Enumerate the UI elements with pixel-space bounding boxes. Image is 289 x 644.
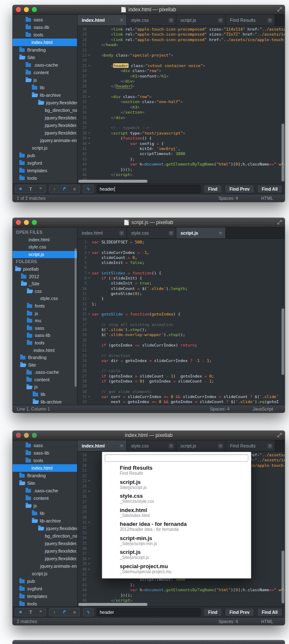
sidebar-item-bg-direction-nav[interactable]: bg_direction_nav	[13, 532, 77, 540]
sidebar-item-branding[interactable]: Branding	[13, 472, 77, 479]
sidebar-item-sass[interactable]: sass	[13, 16, 77, 23]
tab-find-results[interactable]: Find Results×	[226, 15, 275, 26]
quick-open-item[interactable]: script.jsSite/js/script.js	[120, 479, 251, 491]
fullscreen-icon[interactable]	[277, 433, 282, 437]
wrap-icon[interactable]: ↱	[59, 609, 70, 615]
sidebar-item-tools[interactable]: tools	[13, 174, 77, 182]
sidebar-item-bg-direction-nav[interactable]: bg_direction_nav	[13, 106, 77, 114]
file-tree-sidebar[interactable]: OPEN FILESindex.htmlstyle.cssscript.jsFO…	[13, 228, 77, 405]
sidebar-item-index-html[interactable]: index.html	[13, 39, 77, 46]
tab-style-css[interactable]: style.css×	[127, 228, 176, 238]
sidebar-item-jquery-animate-enh[interactable]: jquery.animate-enh	[13, 137, 77, 144]
syntax-status[interactable]: HTML	[261, 196, 273, 201]
sidebar-item-sass-lib[interactable]: sass-lib	[13, 23, 77, 31]
horizontal-scrollbar[interactable]	[78, 603, 147, 606]
sidebar-item-sass[interactable]: sass	[13, 325, 77, 332]
close-window-button[interactable]	[16, 7, 21, 12]
tab-style-css[interactable]: style.css×	[127, 440, 176, 451]
vertical-scrollbar[interactable]	[281, 124, 284, 182]
sidebar-item-index-html[interactable]: index.html	[13, 347, 77, 354]
highlight-icon[interactable]: ϟ	[83, 186, 93, 191]
menu-icon[interactable]: ≡	[70, 186, 80, 191]
code-editor[interactable]: 1var SLIDEOFFSET = 500;23▾var slideCurrI…	[77, 239, 285, 405]
quick-open-input[interactable]	[105, 454, 248, 462]
fullscreen-icon[interactable]	[277, 220, 282, 225]
sidebar-item-tools[interactable]: tools	[13, 339, 77, 347]
sidebar-item-templates[interactable]: templates	[13, 167, 77, 174]
tab-script-js[interactable]: script.js×	[176, 228, 226, 238]
titlebar[interactable]: script.js — pixellab	[13, 218, 285, 228]
sidebar-item-lib[interactable]: lib	[13, 391, 77, 398]
sidebar-item-jquery-flexslider-[interactable]: jquery.flexslider.	[13, 547, 77, 555]
titlebar[interactable]: index.html — pixellab	[13, 5, 285, 15]
quick-open-item[interactable]: script.js_Site/js/script.js	[120, 549, 251, 561]
quick-open-item[interactable]: script-min.js_Site/js/script-min.js	[120, 535, 251, 547]
tab-script-js[interactable]: script.js×	[176, 15, 226, 26]
background-window-edge[interactable]	[13, 640, 285, 644]
close-tab-icon[interactable]: ×	[268, 444, 272, 448]
minimize-window-button[interactable]	[24, 433, 29, 438]
sidebar-item--sass-cache[interactable]: .sass-cache	[13, 369, 77, 376]
highlight-icon[interactable]: ϟ	[83, 610, 93, 615]
close-tab-icon[interactable]: ×	[169, 231, 173, 235]
close-tab-icon[interactable]: ×	[169, 444, 173, 448]
find-button[interactable]: Find	[204, 185, 222, 193]
quick-open-item[interactable]: index.html_Site/index.html	[120, 507, 251, 519]
sidebar-item-index-html[interactable]: index.html	[13, 464, 77, 472]
sidebar-item-sass-lib[interactable]: sass-lib	[13, 449, 77, 457]
close-tab-icon[interactable]: ×	[119, 444, 124, 448]
up-arrow-icon[interactable]: ↑	[49, 186, 59, 191]
sidebar-item-lib-archive[interactable]: lib-archive	[13, 91, 77, 99]
quick-open-item[interactable]: header idea - for fernanda2012/header id…	[120, 521, 251, 533]
case-icon[interactable]: T	[26, 186, 36, 191]
tab-script-js[interactable]: script.js×	[176, 440, 226, 451]
case-icon[interactable]: T	[26, 610, 36, 615]
sidebar-item-templates[interactable]: templates	[13, 592, 77, 600]
sidebar-item--sass-cache[interactable]: .sass-cache	[13, 487, 77, 494]
sidebar-item-style-css[interactable]: style.css	[13, 243, 77, 251]
sidebar-item-css[interactable]: css	[13, 288, 77, 295]
file-tree-sidebar[interactable]: sasssass-libtoolsindex.htmlBrandingSite.…	[13, 15, 77, 183]
regex-icon[interactable]: ∗	[15, 609, 26, 615]
sidebar-item-tools[interactable]: tools	[13, 31, 77, 39]
sidebar-item-js[interactable]: js	[13, 310, 77, 318]
sidebar-item-sass[interactable]: sass	[13, 442, 77, 449]
fullscreen-icon[interactable]	[277, 7, 282, 12]
sidebar-item--sass-cache[interactable]: .sass-cache	[13, 61, 77, 69]
find-input[interactable]: header	[97, 185, 201, 193]
sidebar-item-branding[interactable]: Branding	[13, 354, 77, 362]
sidebar-item-script-js[interactable]: script.js	[13, 251, 77, 259]
close-window-button[interactable]	[16, 220, 21, 225]
sidebar-item-2012[interactable]: 2012	[13, 273, 77, 281]
sidebar-item-jquery-flexslider[interactable]: jquery.flexslider	[13, 525, 77, 532]
sidebar-item-tools[interactable]: tools	[13, 600, 77, 606]
sidebar-item-js[interactable]: js	[13, 76, 77, 84]
zoom-window-button[interactable]	[32, 220, 37, 225]
sidebar-item--site[interactable]: _Site	[13, 280, 77, 288]
minimize-window-button[interactable]	[24, 7, 29, 12]
sidebar-item-script-js[interactable]: script.js	[13, 570, 77, 577]
close-tab-icon[interactable]: ×	[218, 444, 223, 448]
find-all-button[interactable]: Find All	[257, 608, 282, 616]
sidebar-item-site[interactable]: Site	[13, 362, 77, 369]
close-tab-icon[interactable]: ×	[218, 18, 223, 23]
quick-open-item[interactable]: special-project.mu_Site/mu/special-proje…	[120, 563, 251, 575]
sidebar-item-lib[interactable]: lib	[13, 84, 77, 91]
sidebar-item-jquery-flexslider-[interactable]: jquery.flexslider.	[13, 129, 77, 137]
sidebar-item-svgfont[interactable]: svgfont	[13, 585, 77, 592]
sidebar-item-jquery-flexslider-[interactable]: jquery.flexslider.	[13, 114, 77, 122]
sidebar-item-mu[interactable]: mu	[13, 317, 77, 325]
indentation-status[interactable]: Spaces: 4	[219, 619, 238, 624]
titlebar[interactable]: index.html — pixellab	[13, 431, 285, 440]
sidebar-item-svgfont[interactable]: svgfont	[13, 159, 77, 167]
file-tree-sidebar[interactable]: sasssass-libtoolsindex.htmlBrandingSite.…	[13, 440, 77, 606]
sidebar-item-index-html[interactable]: index.html	[13, 236, 77, 244]
sidebar-item-lib[interactable]: lib	[13, 510, 77, 517]
sidebar-item-content[interactable]: content	[13, 494, 77, 502]
find-prev-button[interactable]: Find Prev	[225, 185, 254, 193]
quick-open-item[interactable]: style.css_Site/css/style.css	[120, 493, 251, 504]
wrap-icon[interactable]: ↱	[59, 186, 70, 191]
close-tab-icon[interactable]: ×	[119, 231, 124, 235]
find-input[interactable]: header	[97, 608, 201, 616]
sidebar-item-content[interactable]: content	[13, 69, 77, 76]
